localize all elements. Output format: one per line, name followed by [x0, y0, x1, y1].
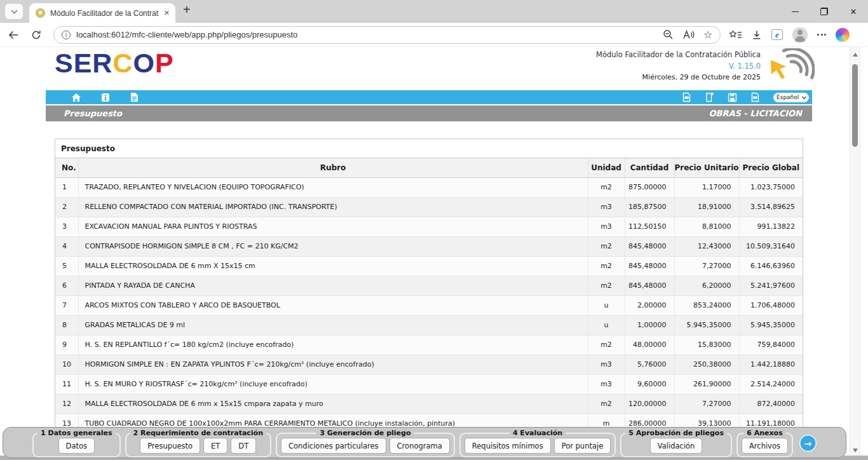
column-header: No. — [55, 158, 78, 177]
nav-button-requisitos-mi-nimos[interactable]: Requisitos mínimos — [465, 438, 551, 454]
table-cell: 5,76000 — [625, 355, 674, 374]
table-cell: 9,60000 — [625, 374, 674, 394]
logo-part: SER — [55, 48, 112, 78]
nav-button-presupuesto[interactable]: Presupuesto — [140, 438, 200, 454]
table-row: 10HORMIGON SIMPLE EN : EN ZAPATA YPLINTO… — [55, 355, 803, 374]
language-select[interactable]: Español — [773, 93, 809, 102]
table-cell: H. S. EN REPLANTILLO f´c= 180 kg/cm2 (in… — [78, 335, 588, 355]
refresh-icon — [31, 30, 41, 40]
column-header: Precio Unitario — [674, 158, 739, 177]
table-row: 7ARCOS MIXTOS CON TABLERO Y ARCO DE BASQ… — [55, 295, 803, 315]
table-cell: 9 — [55, 335, 78, 355]
browser-toolbar: i localhost:6012/mfc-cliente/web/app.php… — [0, 23, 868, 47]
table-cell: 1.023,75000 — [739, 177, 803, 197]
refresh-button[interactable] — [28, 27, 44, 43]
nav-group: 1 Datos generalesDatos — [32, 429, 120, 457]
favorite-star-icon[interactable]: ☆ — [703, 30, 712, 40]
chevron-down-icon — [11, 8, 17, 14]
scroll-up-icon[interactable] — [853, 53, 858, 57]
column-header: Precio Global — [739, 158, 803, 177]
table-cell: 5.241,97600 — [739, 276, 803, 295]
restore-button[interactable] — [810, 0, 839, 23]
tab-close-button[interactable]: ✕ — [164, 9, 170, 17]
nav-button-et[interactable]: ET — [203, 438, 227, 454]
table-cell: RELLENO COMPACTADO CON MATERIAL IMPORTAD… — [78, 197, 588, 217]
zoom-out-icon[interactable] — [663, 29, 674, 40]
page-info-icon[interactable]: i — [62, 30, 71, 39]
save-button[interactable] — [728, 93, 737, 102]
documents-button[interactable] — [130, 92, 139, 102]
export-pdf-button[interactable] — [682, 92, 691, 102]
browser-tab[interactable]: Módulo Facilitador de la Contrata ✕ — [29, 3, 175, 23]
nav-group: 3 Generación de pliegoCondiciones partic… — [276, 429, 455, 457]
next-step-button[interactable]: → — [799, 435, 817, 452]
home-icon — [71, 93, 81, 102]
nav-button-datos[interactable]: Datos — [58, 438, 95, 454]
table-cell: 5.945,35000 — [674, 315, 739, 335]
favorites-list-icon[interactable] — [729, 30, 742, 40]
budget-table: No.RubroUnidadCantidadPrecio UnitarioPre… — [55, 158, 803, 434]
table-cell: 1.706,48000 — [739, 295, 803, 315]
close-button[interactable]: ✕ — [839, 0, 868, 23]
back-button[interactable] — [5, 27, 22, 43]
nav-button-dt[interactable]: DT — [231, 438, 256, 454]
tab-title: Módulo Facilitador de la Contrata — [50, 9, 159, 18]
table-cell: 6 — [55, 276, 78, 295]
table-cell: GRADAS METALICAS DE 9 ml — [78, 315, 588, 335]
address-bar[interactable]: i localhost:6012/mfc-cliente/web/app.php… — [53, 26, 721, 44]
column-header: Cantidad — [625, 158, 674, 177]
nav-group: 2 Requerimiento de contrataciónPresupues… — [125, 429, 271, 457]
table-row: 6PINTADA Y RAYADA DE CANCHAm2845,480006,… — [55, 276, 803, 295]
nav-button-cronograma[interactable]: Cronograma — [390, 438, 450, 454]
table-cell: 185,87500 — [625, 197, 674, 217]
new-tab-button[interactable]: + — [183, 3, 191, 17]
table-cell: m2 — [588, 276, 625, 295]
print-pdf-button[interactable] — [750, 92, 760, 102]
nav-button-condiciones-particulares[interactable]: Condiciones particulares — [281, 438, 386, 454]
document-icon — [130, 92, 139, 102]
info-button[interactable] — [101, 93, 110, 102]
table-row: 9H. S. EN REPLANTILLO f´c= 180 kg/cm2 (i… — [55, 335, 803, 355]
table-cell: 2,00000 — [625, 295, 674, 315]
scrollbar-thumb[interactable] — [852, 64, 858, 147]
new-document-button[interactable] — [705, 92, 714, 102]
table-cell: PINTADA Y RAYADA DE CANCHA — [78, 276, 588, 295]
table-cell: 261,90000 — [674, 374, 739, 394]
address-bar-actions: ☆ — [663, 29, 712, 40]
table-cell: 7,27000 — [674, 256, 739, 276]
nav-button-validacio-n[interactable]: Validación — [650, 438, 703, 454]
table-cell: 11 — [55, 374, 78, 394]
budget-panel: Presupuesto No.RubroUnidadCantidadPrecio… — [55, 139, 803, 435]
nav-button-por-puntaje[interactable]: Por puntaje — [554, 438, 611, 454]
page-scrollbar[interactable] — [850, 47, 860, 460]
nav-group-legend: 5 Aprobación de pliegos — [625, 429, 727, 437]
settings-ellipsis-icon[interactable] — [817, 34, 826, 36]
home-button[interactable] — [71, 93, 81, 102]
table-header-row: No.RubroUnidadCantidadPrecio UnitarioPre… — [55, 158, 803, 177]
downloads-icon[interactable] — [752, 30, 762, 40]
tab-actions-button[interactable] — [5, 4, 23, 19]
ie-mode-icon[interactable]: e — [771, 29, 783, 40]
bottom-nav: 1 Datos generalesDatos2 Requerimiento de… — [3, 427, 846, 458]
table-cell: m2 — [588, 256, 625, 276]
table-cell: m2 — [588, 177, 625, 197]
table-cell: 875,00000 — [625, 177, 674, 197]
table-cell: 6,20000 — [674, 276, 739, 295]
table-cell: 853,24000 — [674, 295, 739, 315]
scroll-down-icon[interactable] — [853, 449, 858, 452]
table-cell: 2 — [55, 197, 78, 217]
table-cell: 12 — [55, 394, 78, 414]
copilot-icon[interactable] — [836, 28, 850, 42]
budget-table-body: 1TRAZADO, REPLANTEO Y NIVELACION (EQUIPO… — [55, 177, 803, 433]
table-cell: 120,00000 — [625, 394, 674, 414]
table-row: 5MALLA ELECTROSOLDADA DE 6 mm X 15x15 cm… — [55, 256, 803, 276]
ie-letter: e — [775, 30, 779, 39]
read-aloud-icon[interactable] — [682, 30, 695, 39]
section-bar: Presupuesto OBRAS - LICITACION — [46, 105, 812, 121]
nav-button-archivos[interactable]: Archivos — [742, 438, 788, 454]
url-text[interactable]: localhost:6012/mfc-cliente/web/app.php/p… — [76, 30, 657, 39]
table-cell: m3 — [588, 217, 625, 236]
nav-group-legend: 2 Requerimiento de contratación — [130, 429, 266, 437]
minimize-button[interactable] — [780, 0, 810, 23]
profile-avatar[interactable] — [792, 27, 808, 43]
